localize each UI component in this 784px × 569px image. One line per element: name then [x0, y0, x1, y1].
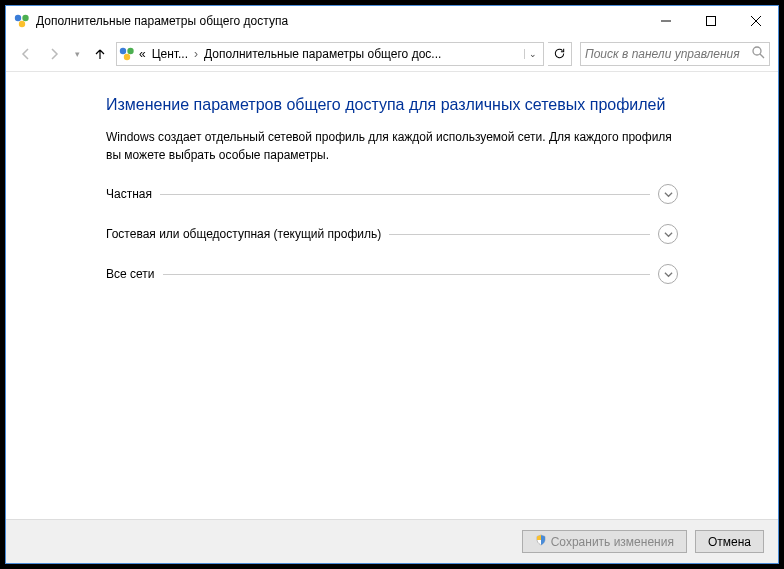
save-button-label: Сохранить изменения — [551, 535, 674, 549]
svg-point-9 — [124, 53, 130, 59]
page-heading: Изменение параметров общего доступа для … — [106, 96, 678, 114]
address-bar[interactable]: « Цент... › Дополнительные параметры общ… — [116, 42, 544, 66]
address-icon — [119, 46, 135, 62]
address-dropdown[interactable]: ⌄ — [524, 49, 541, 59]
cancel-button-label: Отмена — [708, 535, 751, 549]
search-input[interactable] — [585, 47, 751, 61]
svg-point-7 — [120, 47, 126, 53]
chevron-down-icon — [664, 230, 673, 239]
profile-section-guest[interactable]: Гостевая или общедоступная (текущий проф… — [106, 224, 678, 244]
profile-label: Гостевая или общедоступная (текущий проф… — [106, 227, 381, 241]
profile-divider — [163, 274, 651, 275]
breadcrumb-item-1[interactable]: Цент... — [150, 47, 190, 61]
expand-button[interactable] — [658, 184, 678, 204]
window-frame: Дополнительные параметры общего доступа … — [5, 5, 779, 564]
profile-divider — [160, 194, 650, 195]
shield-icon — [535, 534, 547, 549]
content-area: Изменение параметров общего доступа для … — [6, 72, 778, 519]
up-button[interactable] — [88, 42, 112, 66]
breadcrumb-separator: › — [192, 47, 200, 61]
page-description: Windows создает отдельный сетевой профил… — [106, 128, 678, 164]
window-title: Дополнительные параметры общего доступа — [36, 14, 643, 28]
profile-label: Все сети — [106, 267, 155, 281]
breadcrumb-item-2[interactable]: Дополнительные параметры общего дос... — [202, 47, 443, 61]
save-button[interactable]: Сохранить изменения — [522, 530, 687, 553]
search-icon — [751, 45, 765, 63]
refresh-button[interactable] — [548, 42, 572, 66]
breadcrumb-root-prefix[interactable]: « — [137, 47, 148, 61]
window-controls — [643, 6, 778, 36]
app-icon — [14, 13, 30, 29]
minimize-button[interactable] — [643, 6, 688, 36]
navigation-bar: ▾ « Цент... › Дополнительные параметры о… — [6, 36, 778, 72]
svg-rect-4 — [706, 17, 715, 26]
profile-divider — [389, 234, 650, 235]
close-button[interactable] — [733, 6, 778, 36]
svg-point-0 — [15, 15, 21, 21]
history-dropdown[interactable]: ▾ — [70, 49, 84, 59]
svg-point-2 — [19, 21, 25, 27]
profile-section-all[interactable]: Все сети — [106, 264, 678, 284]
back-button[interactable] — [14, 42, 38, 66]
profile-label: Частная — [106, 187, 152, 201]
svg-line-11 — [760, 54, 764, 58]
expand-button[interactable] — [658, 264, 678, 284]
titlebar: Дополнительные параметры общего доступа — [6, 6, 778, 36]
svg-point-10 — [753, 47, 761, 55]
chevron-down-icon — [664, 270, 673, 279]
expand-button[interactable] — [658, 224, 678, 244]
profile-section-private[interactable]: Частная — [106, 184, 678, 204]
search-box[interactable] — [580, 42, 770, 66]
svg-point-8 — [127, 47, 133, 53]
footer-bar: Сохранить изменения Отмена — [6, 519, 778, 563]
maximize-button[interactable] — [688, 6, 733, 36]
svg-point-1 — [22, 15, 28, 21]
chevron-down-icon — [664, 190, 673, 199]
forward-button[interactable] — [42, 42, 66, 66]
cancel-button[interactable]: Отмена — [695, 530, 764, 553]
